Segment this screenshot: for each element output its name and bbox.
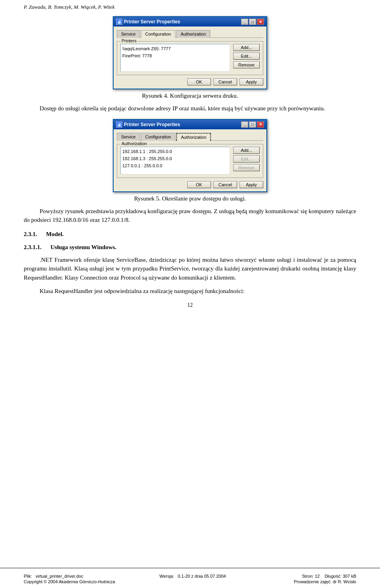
auth-buttons: Add... Edit... Remove	[233, 147, 260, 171]
footer-top-row: Plik: virtual_printer_driver.doc Wersja:…	[24, 574, 356, 579]
auth-listbox[interactable]: 192.168.1.1 : 255.255.0.0 192.168.1.3 : …	[120, 147, 230, 174]
tab-authorization[interactable]: Authorization	[176, 30, 210, 38]
figure2-bottom-buttons: OK Cancel Apply	[117, 181, 263, 188]
auth-groupbox: Authorization 192.168.1.1 : 255.255.0.0 …	[117, 144, 263, 178]
auth-item-2: 192.168.1.3 : 255.255.0.0	[122, 155, 229, 162]
figure2-container: 🖨 Printer Server Properties _ □ ✕ Servic…	[24, 119, 356, 202]
section2-number: 2.3.1.1.	[24, 244, 42, 250]
tab-service[interactable]: Service	[117, 30, 140, 38]
figure1-tabs: Service Configuration Authorization	[117, 30, 263, 38]
printers-buttons: Add... Edit... Remove	[233, 44, 260, 68]
figure2-caption: Rysunek 5. Określanie praw dostępu do us…	[134, 195, 246, 202]
auth-list-row: 192.168.1.1 : 255.255.0.0 192.168.1.3 : …	[120, 147, 260, 174]
figure1-body: Service Configuration Authorization Prin…	[114, 26, 266, 89]
footer-version: Wersja: 0.1-20 z dnia 05.07.2004	[160, 574, 226, 579]
cancel-button-1[interactable]: Cancel	[213, 78, 237, 85]
close-button-2[interactable]: ✕	[257, 121, 264, 128]
printers-list-row: \\aqq\Lexmark Z65: 7777 FinePrint: 7778 …	[120, 44, 260, 72]
tab2-service[interactable]: Service	[117, 133, 140, 141]
figure2-body: Service Configuration Authorization Auth…	[114, 129, 266, 191]
minimize-button[interactable]: _	[241, 19, 248, 25]
titlebar-icon-2: 🖨	[116, 121, 122, 128]
section1-number: 2.3.1.	[24, 231, 37, 237]
paragraph4: Klasa RequestHandler jest odpowiedzialna…	[24, 287, 356, 296]
apply-button-1[interactable]: Apply	[239, 78, 263, 85]
figure2-title: Printer Server Properties	[124, 122, 241, 127]
paragraph2: Powyższy rysunek przedstawia przykładową…	[24, 207, 356, 225]
minimize-button-2[interactable]: _	[241, 121, 248, 128]
figure1-container: 🖨 Printer Server Properties _ □ ✕ Servic…	[24, 16, 356, 99]
printers-groupbox: Printers \\aqq\Lexmark Z65: 7777 FinePri…	[117, 41, 263, 75]
auth-groupbox-label: Authorization	[120, 141, 148, 146]
maximize-button[interactable]: □	[249, 19, 256, 25]
remove-printer-button[interactable]: Remove	[233, 61, 260, 68]
section2-title: Usługa systemu Windows.	[51, 244, 117, 250]
footer-instructor: Prowadzenie zajęć: dr R. Wcisło	[294, 579, 356, 584]
maximize-button-2[interactable]: □	[249, 121, 256, 128]
footer: Plik: virtual_printer_driver.doc Wersja:…	[24, 574, 356, 584]
edit-auth-button[interactable]: Edit...	[233, 155, 260, 163]
figure2-dialog: 🖨 Printer Server Properties _ □ ✕ Servic…	[113, 119, 267, 192]
ok-button-1[interactable]: OK	[187, 78, 211, 85]
page-number: 12	[24, 302, 356, 308]
paragraph3: .NET Framework oferuje klasę ServiceBase…	[24, 255, 356, 282]
paragraph1: Dostęp do usługi określa się podając doz…	[24, 104, 356, 113]
figure1-title: Printer Server Properties	[124, 19, 241, 25]
figure1-caption: Rysunek 4. Konfiguracja serwera druku.	[142, 93, 238, 99]
section1-heading: 2.3.1. Model.	[24, 231, 356, 238]
remove-auth-button[interactable]: Remove	[233, 164, 260, 171]
printers-listbox[interactable]: \\aqq\Lexmark Z65: 7777 FinePrint: 7778	[120, 44, 230, 72]
header-authors: P. Zawada, B. Tomczyk, M. Wiącek, P. Wit…	[24, 4, 356, 10]
figure2-titlebar: 🖨 Printer Server Properties _ □ ✕	[114, 120, 266, 129]
footer-bottom-row: Copyright © 2004 Akademia Górniczo-Hutni…	[24, 579, 356, 584]
footer-line	[0, 568, 380, 568]
figure1-dialog: 🖨 Printer Server Properties _ □ ✕ Servic…	[113, 16, 267, 89]
edit-printer-button[interactable]: Edit...	[233, 53, 260, 60]
printer-item-2: FinePrint: 7778	[122, 52, 229, 59]
tab-configuration[interactable]: Configuration	[141, 30, 175, 38]
auth-item-3: 127.0.0.1 : 255.0.0.0	[122, 162, 229, 169]
figure1-bottom-buttons: OK Cancel Apply	[117, 78, 263, 85]
titlebar-buttons-2: _ □ ✕	[241, 121, 264, 128]
page-container: P. Zawada, B. Tomczyk, M. Wiącek, P. Wit…	[0, 0, 380, 588]
printer-item-1: \\aqq\Lexmark Z65: 7777	[122, 45, 229, 52]
figure2-tabs: Service Configuration Authorization	[117, 132, 263, 141]
ok-button-2[interactable]: OK	[187, 181, 211, 188]
section2-heading: 2.3.1.1. Usługa systemu Windows.	[24, 244, 356, 251]
figure1-titlebar: 🖨 Printer Server Properties _ □ ✕	[114, 17, 266, 26]
add-auth-button[interactable]: Add...	[233, 147, 260, 154]
add-printer-button[interactable]: Add...	[233, 44, 260, 51]
titlebar-buttons: _ □ ✕	[241, 19, 264, 25]
apply-button-2[interactable]: Apply	[239, 181, 263, 188]
printers-groupbox-label: Printers	[120, 38, 138, 43]
footer-filename: Plik: virtual_printer_driver.doc	[24, 574, 83, 579]
cancel-button-2[interactable]: Cancel	[213, 181, 237, 188]
tab2-authorization[interactable]: Authorization	[176, 133, 211, 141]
auth-item-1: 192.168.1.1 : 255.255.0.0	[122, 148, 229, 155]
section1-title: Model.	[46, 231, 64, 237]
footer-copyright: Copyright © 2004 Akademia Górniczo-Hutni…	[24, 579, 115, 584]
close-button[interactable]: ✕	[257, 19, 264, 25]
footer-page-size: Stron: 12 Długość: 307 kB	[302, 574, 356, 579]
titlebar-icon: 🖨	[116, 19, 122, 25]
tab2-configuration[interactable]: Configuration	[141, 133, 175, 141]
